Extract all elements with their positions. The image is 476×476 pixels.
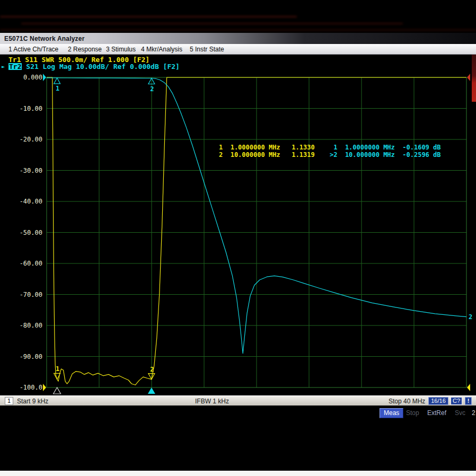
- status-bar: 1 Start 9 kHz IFBW 1 kHz Stop 40 MHz 16/…: [0, 395, 476, 406]
- status-stop-frequency: Stop 40 MHz: [389, 398, 425, 405]
- screenshot-root: E5071C Network Analyzer 1 Active Ch/Trac…: [0, 0, 476, 476]
- marker-number-label: 1: [56, 85, 59, 92]
- instrument-svc-indicator: Svc: [455, 409, 465, 417]
- marker-readout-row: 2 10.000000 MHz 1.1319: [219, 152, 315, 159]
- instrument-clipped-item: 2: [472, 409, 476, 417]
- instrument-status-bar: Meas Stop ExtRef Svc 2: [0, 408, 476, 418]
- status-ifbw: IFBW 1 kHz: [195, 398, 229, 405]
- marker-stimulus-indicator[interactable]: [148, 387, 155, 394]
- marker-readout-trace2: 1 1.0000000 MHz -0.1609 dB>2 10.000000 M…: [330, 144, 441, 158]
- marker-number-label: 2: [150, 85, 154, 93]
- channel-number-box[interactable]: 1: [5, 397, 13, 405]
- marker-readout-row: >2 10.000000 MHz -0.2596 dB: [330, 152, 441, 159]
- marker-readout-row: 1 1.0000000 MHz 1.1330: [219, 144, 315, 152]
- marker-number-label: 1: [56, 365, 59, 373]
- status-alert-badge: !: [465, 397, 472, 405]
- marker-readout-trace1: 1 1.0000000 MHz 1.13302 10.000000 MHz 1.…: [219, 144, 315, 158]
- marker-number-label: 2: [150, 366, 154, 373]
- bottom-white-strip: [0, 471, 476, 476]
- status-start-frequency: Start 9 kHz: [17, 398, 48, 405]
- ref-position-indicator: [43, 74, 46, 81]
- softkey-edge-strip: [472, 55, 476, 102]
- trace-number-label: 2: [469, 313, 472, 321]
- marker-stimulus-indicator[interactable]: [54, 387, 61, 394]
- instrument-stop-indicator: Stop: [406, 409, 419, 417]
- marker-symbol[interactable]: [54, 78, 60, 84]
- marker-readout-row: 1 1.0000000 MHz -0.1609 dB: [330, 144, 441, 152]
- instrument-extref-indicator: ExtRef: [427, 409, 446, 417]
- ref-position-indicator: [467, 74, 470, 81]
- status-points-badge: 16/16: [428, 397, 448, 405]
- ref-position-indicator: [43, 384, 46, 391]
- instrument-meas-indicator[interactable]: Meas: [380, 408, 403, 418]
- status-correction-badge: C?: [451, 397, 462, 405]
- ref-position-indicator: [467, 384, 470, 391]
